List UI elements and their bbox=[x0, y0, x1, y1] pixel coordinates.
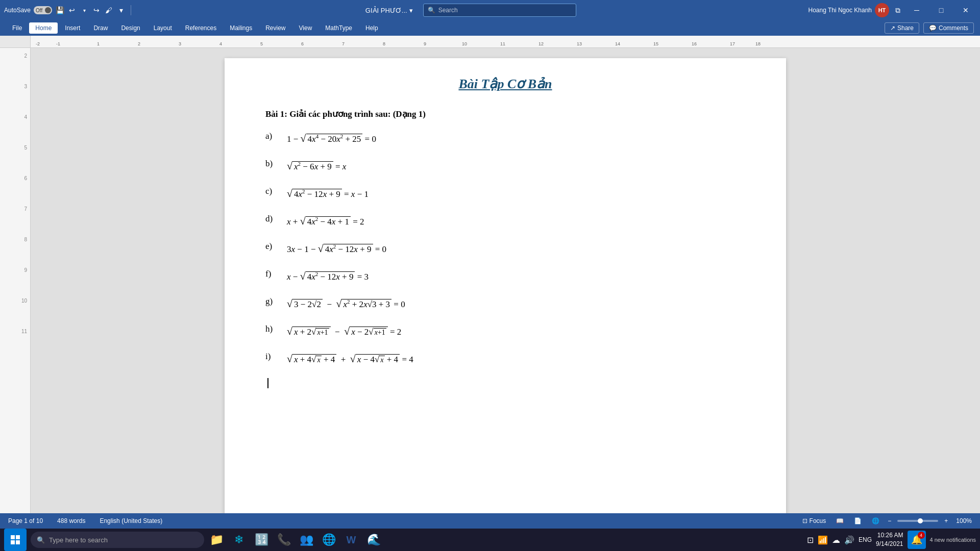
ruler-content: -2 -1 1 2 3 4 5 6 7 8 9 10 11 12 13 14 1… bbox=[31, 36, 980, 47]
more-icon[interactable]: ▾ bbox=[116, 6, 126, 15]
ruler-mark: 1 bbox=[97, 41, 100, 46]
zoom-slider[interactable] bbox=[897, 520, 938, 522]
focus-button[interactable]: ⊡ Focus bbox=[800, 516, 828, 525]
margin-num-5: 5 bbox=[0, 145, 30, 176]
ruler-mark: -1 bbox=[56, 41, 60, 46]
ruler-mark: 14 bbox=[615, 41, 620, 46]
clock-time: 10:26 AM bbox=[876, 531, 903, 540]
show-desktop-icon[interactable]: ⊡ bbox=[807, 535, 814, 545]
doc-container[interactable]: Bài Tập Cơ Bản Bài 1: Giải các phương tr… bbox=[31, 48, 980, 513]
zoom-plus[interactable]: + bbox=[944, 517, 948, 524]
print-layout-button[interactable]: 📄 bbox=[852, 516, 864, 525]
taskbar-calculator[interactable]: 🔢 bbox=[251, 530, 272, 550]
undo-icon[interactable]: ↩ bbox=[67, 6, 77, 15]
restore-icon[interactable]: ⧉ bbox=[893, 6, 902, 15]
ruler-mark: 16 bbox=[692, 41, 697, 46]
maximize-button[interactable]: □ bbox=[931, 0, 951, 20]
menu-view[interactable]: View bbox=[293, 22, 318, 34]
math-label-i: i) bbox=[265, 349, 281, 363]
notification-count: 4 bbox=[918, 532, 925, 539]
math-label-b: b) bbox=[265, 157, 281, 170]
menu-help[interactable]: Help bbox=[359, 22, 384, 34]
save-icon[interactable]: 💾 bbox=[55, 6, 64, 15]
taskbar-search-placeholder: Type here to search bbox=[49, 536, 108, 544]
ruler-mark: 3 bbox=[179, 41, 181, 46]
menu-home[interactable]: Home bbox=[29, 22, 58, 34]
taskbar-search-bar[interactable]: 🔍 Type here to search bbox=[31, 532, 204, 548]
math-expr-h: √x + 2√x+1 − √x − 2√x+1 = 2 bbox=[287, 322, 401, 340]
search-placeholder: Search bbox=[438, 7, 458, 14]
taskbar-chrome[interactable]: 🌐 bbox=[318, 530, 339, 550]
ruler-mark: -2 bbox=[36, 41, 40, 46]
menu-insert[interactable]: Insert bbox=[59, 22, 86, 34]
svg-rect-1 bbox=[16, 535, 20, 539]
volume-icon[interactable]: 🔊 bbox=[844, 535, 854, 545]
ruler-mark: 18 bbox=[755, 41, 761, 46]
format-icon[interactable]: 🖌 bbox=[104, 6, 113, 15]
language-indicator[interactable]: ENG bbox=[859, 536, 872, 543]
doc-title-arrow: ▾ bbox=[409, 7, 413, 14]
margin-num-9: 9 bbox=[0, 267, 30, 298]
math-item-c: c) √4x2 − 12x + 9 = x − 1 bbox=[265, 184, 745, 203]
close-button[interactable]: ✕ bbox=[955, 0, 976, 20]
undo-dropdown-icon[interactable]: ▾ bbox=[80, 6, 89, 15]
separator bbox=[131, 5, 131, 15]
zoom-level[interactable]: 100% bbox=[954, 516, 974, 525]
menu-file[interactable]: File bbox=[6, 22, 28, 34]
word-count[interactable]: 488 words bbox=[55, 516, 87, 525]
math-expr-e: 3x − 1 − √4x2 − 12x + 9 = 0 bbox=[287, 239, 386, 258]
math-item-i: i) √x + 4√x + 4 + √x − 4√x + 4 = 4 bbox=[265, 349, 745, 368]
margin-num-11: 11 bbox=[0, 329, 30, 359]
cloud-icon[interactable]: ☁ bbox=[832, 535, 840, 545]
text-cursor bbox=[267, 378, 268, 388]
doc-header-title: Bài Tập Cơ Bản bbox=[265, 73, 745, 95]
math-label-d: d) bbox=[265, 212, 281, 226]
zoom-minus[interactable]: − bbox=[888, 517, 891, 524]
math-label-e: e) bbox=[265, 239, 281, 253]
comments-button[interactable]: 💬 Comments bbox=[923, 22, 974, 34]
menu-references[interactable]: References bbox=[179, 22, 223, 34]
statusbar-right: ⊡ Focus 📖 📄 🌐 − + 100% bbox=[800, 516, 974, 525]
menu-design[interactable]: Design bbox=[115, 22, 146, 34]
taskbar: 🔍 Type here to search 📁 ❄ 🔢 📞 👥 🌐 W 🌊 ⊡ … bbox=[0, 529, 980, 551]
taskbar-edge[interactable]: 🌊 bbox=[363, 530, 384, 550]
language[interactable]: English (United States) bbox=[97, 516, 164, 525]
taskbar-file-explorer[interactable]: 📁 bbox=[206, 530, 227, 550]
doc-title[interactable]: GIẢI PHƯƠ... ▾ bbox=[365, 7, 413, 14]
ruler-mark: 4 bbox=[219, 41, 222, 46]
menu-mathtype[interactable]: MathType bbox=[319, 22, 358, 34]
network-icon[interactable]: 📶 bbox=[818, 535, 828, 545]
share-button[interactable]: ↗ Share bbox=[885, 22, 919, 34]
ruler-mark: 15 bbox=[653, 41, 658, 46]
cursor-area[interactable] bbox=[265, 378, 745, 392]
menu-draw[interactable]: Draw bbox=[87, 22, 114, 34]
margin-num-8: 8 bbox=[0, 237, 30, 267]
search-box[interactable]: 🔍 Search bbox=[423, 4, 576, 17]
document[interactable]: Bài Tập Cơ Bản Bài 1: Giải các phương tr… bbox=[225, 58, 786, 513]
menu-mailings[interactable]: Mailings bbox=[224, 22, 258, 34]
start-button[interactable] bbox=[4, 529, 27, 551]
math-item-h: h) √x + 2√x+1 − √x − 2√x+1 = 2 bbox=[265, 322, 745, 340]
taskbar-teams[interactable]: 👥 bbox=[296, 530, 316, 550]
ribbon-actions: ↗ Share 💬 Comments bbox=[885, 22, 974, 34]
notification-button[interactable]: 🔔 4 bbox=[908, 531, 926, 549]
ruler: -2 -1 1 2 3 4 5 6 7 8 9 10 11 12 13 14 1… bbox=[0, 36, 980, 48]
minimize-button[interactable]: ─ bbox=[906, 0, 927, 20]
taskbar-phone[interactable]: 📞 bbox=[274, 530, 294, 550]
menu-review[interactable]: Review bbox=[259, 22, 291, 34]
ruler-mark: 13 bbox=[577, 41, 582, 46]
focus-label: Focus bbox=[810, 517, 826, 524]
statusbar: Page 1 of 10 488 words English (United S… bbox=[0, 513, 980, 529]
search-icon: 🔍 bbox=[428, 7, 435, 14]
exercise-title-rest: Giải các phương trình sau: (Dạng 1) bbox=[287, 109, 426, 119]
taskbar-app-snowflake[interactable]: ❄ bbox=[229, 530, 249, 550]
taskbar-word[interactable]: W bbox=[341, 530, 361, 550]
page-info[interactable]: Page 1 of 10 bbox=[6, 516, 45, 525]
read-mode-button[interactable]: 📖 bbox=[834, 516, 846, 525]
web-layout-button[interactable]: 🌐 bbox=[870, 516, 881, 525]
autosave-toggle[interactable]: Off bbox=[34, 6, 52, 14]
math-item-g: g) √3 − 2√2 − √x2 + 2x√3 + 3 = 0 bbox=[265, 294, 745, 313]
redo-icon[interactable]: ↪ bbox=[92, 6, 101, 15]
menu-layout[interactable]: Layout bbox=[148, 22, 178, 34]
clock[interactable]: 10:26 AM 9/14/2021 bbox=[876, 531, 903, 548]
